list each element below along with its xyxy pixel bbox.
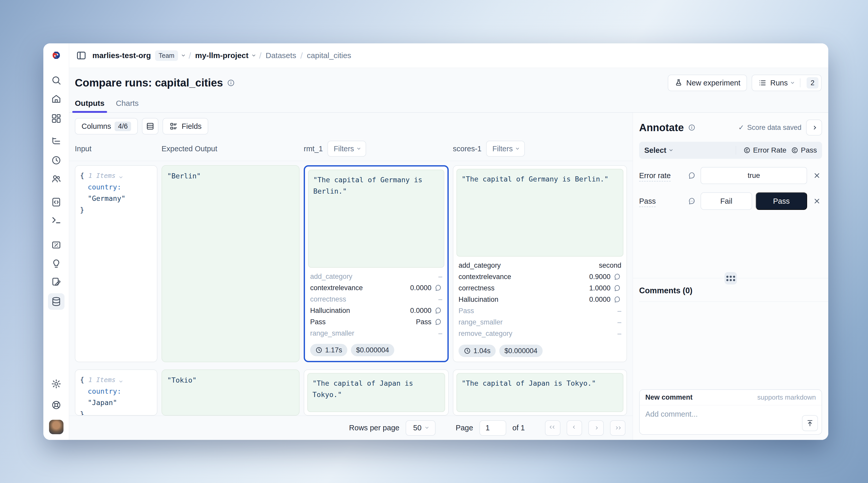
run-output-box: "The capital of Japan is Tokyo."	[307, 373, 445, 412]
org-logo	[51, 50, 62, 61]
org-switcher-chevron-icon[interactable]	[182, 53, 185, 57]
run2-filters-button[interactable]: Filters	[486, 141, 525, 157]
metric-row[interactable]: add_categorysecond	[459, 260, 621, 271]
comment-bubble-icon[interactable]	[688, 172, 696, 179]
support-lifebuoy-icon[interactable]	[50, 399, 62, 411]
page-number-input[interactable]: 1	[479, 420, 506, 436]
delete-score-icon[interactable]	[812, 172, 822, 179]
annotation-queues-icon[interactable]	[50, 276, 62, 288]
new-experiment-button[interactable]: New experiment	[668, 74, 747, 91]
json-brace: {	[80, 172, 84, 179]
submit-comment-button[interactable]	[802, 415, 818, 431]
error-rate-value-input[interactable]: true	[701, 167, 807, 184]
row-height-button[interactable]	[142, 118, 158, 134]
json-collapse-chevron-icon[interactable]	[119, 379, 123, 383]
expected-output-cell[interactable]: "Tokio"	[161, 369, 300, 416]
sessions-clock-icon[interactable]	[50, 154, 62, 166]
comment-bubble-icon[interactable]	[435, 307, 442, 314]
prompts-file-icon[interactable]	[50, 196, 62, 208]
run2-name: scores-1	[453, 145, 482, 153]
home-icon[interactable]	[50, 93, 62, 105]
last-page-button[interactable]	[610, 420, 625, 436]
metric-row[interactable]: PassPass	[310, 316, 442, 328]
metric-row[interactable]: Hallucination0.0000	[459, 294, 621, 305]
divider	[800, 79, 800, 87]
comment-input[interactable]: Add comment...	[640, 405, 822, 434]
cost-badge[interactable]: $0.000004	[351, 344, 394, 356]
expected-output-cell[interactable]: "Berlin"	[161, 165, 300, 362]
metric-row[interactable]: Hallucination0.0000	[310, 305, 442, 316]
suggestions-lightbulb-icon[interactable]	[50, 258, 62, 270]
breadcrumb-dataset-name[interactable]: capital_cities	[307, 51, 351, 60]
run2-output-cell[interactable]: "The capital of Japan is Tokyo."	[453, 369, 627, 416]
json-collapse-chevron-icon[interactable]	[119, 175, 123, 178]
error-rate-chip[interactable]: Error Rate	[743, 146, 786, 154]
delete-score-icon[interactable]	[812, 197, 822, 205]
run1-filters-button[interactable]: Filters	[328, 141, 366, 157]
drag-handle[interactable]	[724, 272, 737, 284]
comment-bubble-icon[interactable]	[614, 284, 621, 292]
json-items-label[interactable]: 1 Items	[89, 376, 116, 384]
playground-terminal-icon[interactable]	[50, 214, 62, 226]
cost-badge[interactable]: $0.000004	[499, 344, 542, 357]
run-stats: 1.04s $0.000004	[457, 341, 623, 359]
metric-row[interactable]: range_smaller–	[310, 328, 442, 339]
input-cell[interactable]: { 1 Items country: "Germany" }	[75, 165, 157, 362]
previous-page-button[interactable]	[567, 420, 582, 436]
page-size-select[interactable]: 50	[406, 420, 436, 436]
info-icon[interactable]	[227, 79, 235, 87]
next-page-button[interactable]	[588, 420, 604, 436]
comment-bubble-icon[interactable]	[435, 284, 442, 292]
collapse-panel-button[interactable]	[806, 120, 822, 135]
dashboard-grid-icon[interactable]	[50, 113, 62, 124]
run1-output-cell-selected[interactable]: "The capital of Germany is Berlin." add_…	[304, 165, 449, 362]
comment-bubble-icon[interactable]	[614, 273, 621, 281]
column-header-run2: scores-1 Filters	[453, 141, 627, 157]
input-cell[interactable]: { 1 Items country: "Japan" }	[75, 369, 157, 416]
latency-badge[interactable]: 1.17s	[310, 344, 347, 356]
metric-row[interactable]: add_category–	[310, 271, 442, 282]
comment-bubble-icon[interactable]	[614, 296, 621, 303]
org-type-badge: Team	[155, 50, 178, 61]
metric-row[interactable]: contextrelevance0.9000	[459, 271, 621, 282]
sidebar-toggle-icon[interactable]	[76, 50, 87, 61]
run2-output-cell[interactable]: "The capital of Germany is Berlin." add_…	[453, 165, 627, 362]
pass-button-selected[interactable]: Pass	[756, 192, 807, 210]
info-icon[interactable]	[688, 124, 695, 131]
expected-output-text: "Tokio"	[167, 376, 197, 384]
settings-gear-icon[interactable]	[50, 378, 62, 390]
metric-row[interactable]: range_smaller–	[459, 316, 621, 328]
metric-row[interactable]: contextrelevance0.0000	[310, 282, 442, 294]
breadcrumb-org[interactable]: marlies-test-org	[92, 51, 151, 60]
tab-charts[interactable]: Charts	[116, 99, 138, 112]
latency-badge[interactable]: 1.04s	[459, 344, 496, 357]
tab-outputs[interactable]: Outputs	[75, 99, 104, 112]
project-switcher-chevron-icon[interactable]	[252, 53, 255, 57]
metric-row[interactable]: remove_category–	[310, 339, 442, 341]
datasets-database-icon[interactable]	[48, 293, 64, 310]
pass-chip[interactable]: Pass	[791, 146, 817, 154]
json-items-label[interactable]: 1 Items	[89, 172, 116, 179]
metric-row[interactable]: correctness–	[310, 294, 442, 305]
breadcrumb-datasets[interactable]: Datasets	[266, 51, 296, 60]
first-page-button[interactable]	[545, 420, 560, 436]
comment-bubble-dots-icon[interactable]	[688, 197, 696, 205]
tracing-tree-icon[interactable]	[50, 135, 62, 147]
run1-output-cell[interactable]: "The capital of Japan is Tokyo."	[304, 369, 449, 416]
run-output-text: "The capital of Japan is Tokyo."	[312, 379, 413, 399]
fail-button[interactable]: Fail	[701, 192, 752, 210]
search-icon[interactable]	[50, 74, 62, 86]
comment-bubble-icon[interactable]	[435, 318, 442, 326]
metric-row[interactable]: remove_category–	[459, 328, 621, 339]
select-dropdown[interactable]: Select	[644, 146, 672, 155]
metric-row[interactable]: correctness1.0000	[459, 282, 621, 294]
user-avatar[interactable]	[49, 420, 63, 434]
evaluators-icon[interactable]	[50, 239, 62, 251]
columns-button[interactable]: Columns 4/6	[75, 118, 138, 134]
breadcrumb-project[interactable]: my-llm-project	[195, 51, 248, 60]
users-icon[interactable]	[50, 173, 62, 185]
pass-fail-buttons: Fail Pass	[701, 192, 807, 210]
metric-row[interactable]: Pass–	[459, 305, 621, 316]
fields-button[interactable]: Fields	[162, 118, 208, 134]
runs-button[interactable]: Runs 2	[752, 74, 822, 91]
